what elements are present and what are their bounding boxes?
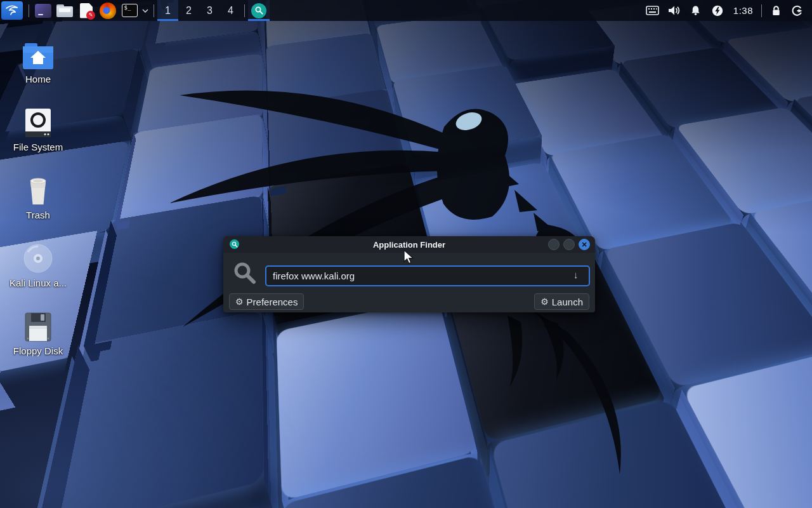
close-button[interactable]: ✕ <box>579 239 590 250</box>
floppy-disk-icon <box>5 309 71 342</box>
launch-label: Launch <box>552 297 583 307</box>
power-manager-icon[interactable] <box>707 0 728 21</box>
preferences-button[interactable]: ⚙ Preferences <box>229 293 304 310</box>
desktop-icon-label: Floppy Disk <box>5 345 71 356</box>
volume-icon[interactable] <box>664 0 685 21</box>
desktop-icon-label: Home <box>5 74 71 84</box>
top-panel: ✎ $_ 1 2 3 4 <box>0 0 812 21</box>
terminal-prompt-icon: $_ <box>122 4 138 17</box>
desktop-icon-label: Kali Linux a... <box>5 277 71 288</box>
lock-screen-icon[interactable] <box>765 0 787 21</box>
minimize-button[interactable] <box>548 239 560 250</box>
search-icon <box>233 262 256 287</box>
taskbar-application-finder[interactable] <box>248 0 270 21</box>
desktop-icon-file-system[interactable]: File System <box>5 105 71 152</box>
clock[interactable]: 1:38 <box>728 5 758 16</box>
home-folder-icon <box>5 37 71 70</box>
notifications-bell-icon[interactable] <box>685 0 707 21</box>
applications-menu-button[interactable] <box>1 1 23 20</box>
desktop-icon-floppy[interactable]: Floppy Disk <box>5 309 71 356</box>
launcher-dropdown-chevron[interactable] <box>140 0 150 21</box>
desktop-icon-kali-dvd[interactable]: Kali Linux a... <box>5 241 71 288</box>
workspace-3[interactable]: 3 <box>199 0 220 21</box>
trash-can-icon <box>5 173 71 206</box>
launcher-firefox[interactable] <box>97 0 119 21</box>
maximize-button[interactable] <box>563 239 575 250</box>
desktop-icon-trash[interactable]: Trash <box>5 173 71 220</box>
log-out-icon[interactable] <box>787 0 808 21</box>
gear-icon: ⚙ <box>235 297 244 306</box>
application-finder-icon <box>251 3 266 18</box>
desktop-root: Home File System <box>0 0 812 508</box>
workspace-4[interactable]: 4 <box>220 0 241 21</box>
panel-separator <box>29 4 29 17</box>
launcher-terminal[interactable] <box>32 0 54 21</box>
launch-gear-icon: ⚙ <box>540 297 549 306</box>
desktop-icon-label: Trash <box>5 210 71 220</box>
titlebar[interactable]: Application Finder ✕ <box>223 236 595 253</box>
desktop-icon-home[interactable]: Home <box>5 37 71 84</box>
workspace-1[interactable]: 1 <box>157 0 178 21</box>
launcher-text-editor[interactable]: ✎ <box>75 0 97 21</box>
preferences-label: Preferences <box>247 297 298 307</box>
panel-separator <box>244 4 245 17</box>
dropdown-arrow-icon[interactable]: ↓ <box>573 269 579 280</box>
text-editor-icon: ✎ <box>80 3 93 18</box>
kali-logo-icon <box>4 3 20 18</box>
launch-button[interactable]: ⚙ Launch <box>534 293 589 310</box>
hard-drive-icon <box>5 105 71 138</box>
panel-separator <box>761 4 762 17</box>
launcher-terminal-emulator[interactable]: $_ <box>119 0 140 21</box>
application-finder-window: Application Finder ✕ ↓ ⚙ Preferences ⚙ L… <box>223 236 595 312</box>
desktop-icon-label: File System <box>5 142 71 152</box>
launcher-file-manager[interactable] <box>54 0 75 21</box>
workspace-2[interactable]: 2 <box>178 0 199 21</box>
optical-disc-icon <box>5 241 71 274</box>
search-input[interactable] <box>265 265 590 286</box>
panel-separator <box>154 4 154 17</box>
keyboard-layout-icon[interactable] <box>642 0 664 21</box>
folder-icon <box>56 4 73 17</box>
window-title: Application Finder <box>223 240 595 250</box>
firefox-icon <box>100 3 116 19</box>
window-icon-search <box>230 239 239 249</box>
terminal-icon <box>35 4 51 18</box>
